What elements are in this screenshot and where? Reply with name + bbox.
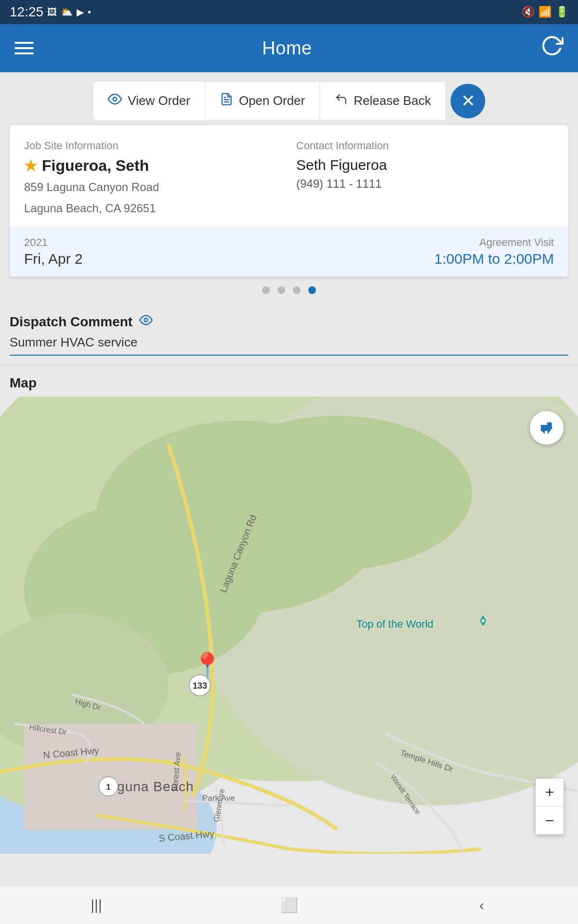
svg-point-0 — [113, 97, 117, 101]
map-location-pin: 📍 — [192, 651, 223, 680]
job-site-section: Job Site Information ★ Figueroa, Seth 85… — [24, 140, 282, 217]
direction-arrow-icon — [538, 419, 555, 436]
svg-point-43 — [482, 619, 485, 622]
youtube-icon: ▶ — [77, 6, 84, 18]
card-bottom: 2021 Fri, Apr 2 Agreement Visit 1:00PM t… — [10, 227, 568, 277]
undo-icon — [334, 92, 348, 109]
dot-1[interactable] — [262, 286, 270, 294]
svg-text:Park Ave: Park Ave — [202, 794, 235, 803]
back-chevron-icon: ‹ — [479, 897, 484, 913]
close-context-button[interactable]: ✕ — [451, 84, 486, 118]
battery-icon: 🔋 — [555, 6, 568, 18]
dot-4-active[interactable] — [308, 286, 316, 294]
status-bar-left: 12:25 🖼 ⛅ ▶ • — [10, 4, 91, 20]
svg-text:Top of the World: Top of the World — [356, 618, 434, 630]
contact-phone: (949) 111 - 1111 — [296, 177, 554, 191]
bottom-nav: ||| ⬜ ‹ — [0, 886, 578, 924]
nav-bar: Home — [0, 24, 578, 72]
dot-icon: • — [88, 7, 91, 18]
view-order-label: View Order — [128, 93, 190, 108]
map-zoom-controls: + − — [536, 779, 564, 834]
zoom-in-button[interactable]: + — [536, 779, 564, 807]
dispatch-comment-section: Dispatch Comment Summer HVAC service — [0, 304, 578, 366]
card-top: Job Site Information ★ Figueroa, Seth 85… — [10, 125, 568, 227]
dispatch-comment-content: Summer HVAC service — [0, 335, 578, 366]
svg-text:1: 1 — [106, 783, 110, 792]
open-order-button[interactable]: Open Order — [205, 81, 319, 120]
svg-text:133: 133 — [193, 681, 207, 691]
release-back-button[interactable]: Release Back — [319, 81, 446, 120]
status-bar: 12:25 🖼 ⛅ ▶ • 🔇 📶 🔋 — [0, 0, 578, 24]
svg-point-3 — [144, 319, 148, 322]
dispatch-comment-label: Dispatch Comment — [10, 314, 132, 330]
dot-2[interactable] — [277, 286, 285, 294]
address-line2: Laguna Beach, CA 92651 — [24, 200, 282, 217]
card-year: 2021 — [24, 236, 83, 249]
status-time: 12:25 — [10, 4, 43, 20]
contact-name: Seth Figueroa — [296, 157, 554, 173]
dispatch-eye-icon[interactable] — [139, 313, 153, 330]
open-order-label: Open Order — [239, 93, 305, 108]
time-section: Agreement Visit 1:00PM to 2:00PM — [434, 236, 554, 267]
contact-section: Contact Information Seth Figueroa (949) … — [296, 140, 554, 217]
time-range: 1:00PM to 2:00PM — [434, 251, 554, 267]
contact-label: Contact Information — [296, 140, 554, 152]
weather-icon: ⛅ — [61, 6, 73, 18]
context-menu: View Order Open Order Relea — [92, 81, 485, 121]
map-section-label: Map — [0, 366, 578, 397]
nav-recents-button[interactable]: ||| — [77, 891, 116, 920]
map-direction-button[interactable] — [530, 411, 564, 445]
mute-icon: 🔇 — [522, 6, 535, 18]
nav-title: Home — [262, 38, 312, 59]
eye-icon — [107, 92, 122, 110]
photo-icon: 🖼 — [47, 7, 57, 18]
pagination-dots — [10, 277, 568, 304]
status-right-icons: 🔇 📶 🔋 — [522, 6, 568, 18]
document-icon — [220, 92, 233, 109]
map-section: Map — [0, 366, 578, 854]
recents-icon: ||| — [91, 897, 102, 913]
dispatch-comment-text: Summer HVAC service — [10, 335, 568, 356]
star-icon: ★ — [24, 157, 37, 174]
nav-back-button[interactable]: ‹ — [462, 891, 501, 920]
hamburger-menu-icon[interactable] — [14, 42, 34, 54]
nav-home-button[interactable]: ⬜ — [270, 891, 308, 920]
date-section: 2021 Fri, Apr 2 — [24, 236, 83, 267]
map-svg: Laguna Canyon Rd N Coast Hwy S Coast Hwy… — [0, 397, 578, 854]
wifi-icon: 📶 — [539, 6, 552, 18]
job-card: Job Site Information ★ Figueroa, Seth 85… — [10, 125, 568, 277]
zoom-out-button[interactable]: − — [536, 807, 564, 834]
view-order-button[interactable]: View Order — [92, 81, 205, 121]
dispatch-label-row: Dispatch Comment — [0, 304, 578, 335]
refresh-icon[interactable] — [540, 34, 564, 62]
home-square-icon: ⬜ — [280, 897, 298, 913]
map-container[interactable]: Laguna Canyon Rd N Coast Hwy S Coast Hwy… — [0, 397, 578, 854]
close-icon: ✕ — [461, 92, 475, 110]
main-content: View Order Open Order Relea — [0, 72, 578, 854]
release-back-label: Release Back — [354, 93, 431, 108]
dot-3[interactable] — [293, 286, 301, 294]
visit-label: Agreement Visit — [434, 236, 554, 249]
job-site-label: Job Site Information — [24, 140, 282, 152]
address-line1: 859 Laguna Canyon Road — [24, 179, 282, 196]
card-date: Fri, Apr 2 — [24, 251, 83, 267]
customer-name: ★ Figueroa, Seth — [24, 157, 282, 175]
